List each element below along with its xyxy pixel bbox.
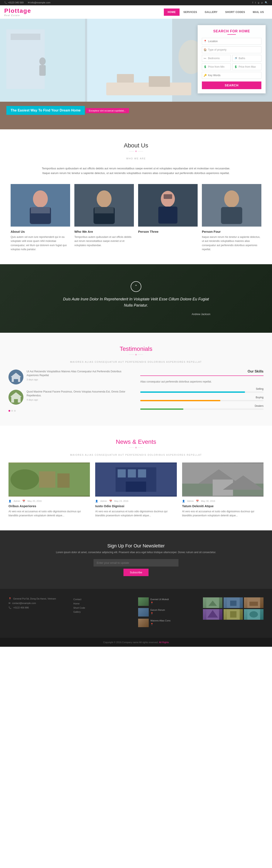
news-date-2: May 23, 2016 [114,500,129,502]
news-item-2: 👤 Admin 📅 May 23, 2016 Iusto Odio Dignis… [95,463,177,518]
recent-link-2[interactable]: Earum Rerum [150,608,165,612]
nav-services[interactable]: SERVICES [179,8,201,16]
footer-links: Contact Home Short Code Gallery [73,597,134,629]
team-name-4: Person Four [202,230,261,234]
search-button[interactable]: SEARCH [202,82,261,89]
news-meta-3: 👤 Admin 📅 May 30, 2016 [182,500,264,502]
about-section: About Us WHO WE ARE Temporibus autem qui… [0,129,272,264]
footer-photo-1[interactable] [203,597,223,608]
facebook-icon[interactable]: f [252,1,253,4]
pinterest-icon[interactable]: p [261,1,263,4]
bedrooms-select[interactable]: Bedrooms [202,55,231,62]
copyright-text: Copyright © 2016.Company name All rights… [103,641,159,644]
recent-link-1[interactable]: Eveniet Ut Moledi [150,597,169,602]
recent-link-3[interactable]: Maiores Alias Cons [150,619,170,623]
news-grid: 👤 Admin 📅 May 20, 2016 Oribus Asperiores… [8,463,264,518]
footer-photo-3[interactable] [244,597,264,608]
price-max-field: 💲 Price from Max [233,63,261,70]
svg-rect-24 [164,194,172,199]
news-author-3: Admin [187,500,194,502]
team-item-4: Person Four Itaque earum rerum his tenet… [202,184,261,251]
credit-link[interactable]: All Rights [159,641,169,644]
skill-buying-label: Buying [140,396,264,399]
search-divider [227,34,236,35]
testimonials-title: Testimonials [4,345,268,352]
property-type-select[interactable]: Type of property [202,46,261,53]
top-bar-left: 📞 +0123 345 569 ✉ info@example.com [4,1,50,4]
quote-icon: " [131,281,141,292]
footer-photo-5[interactable] [224,609,243,620]
recent-2: Earum Rerum 📍 [138,608,199,617]
news-author-2: Admin [100,500,107,502]
nav-home[interactable]: HOME [164,8,179,16]
nav-links: HOME SERVICES GALLERY SHORT CODES MAIL U… [164,8,268,16]
search-icon[interactable]: 🔍 [265,1,268,4]
team-name-1: About Us [11,230,70,234]
footer-photo-4[interactable] [203,609,223,620]
fp1-visual [203,597,223,608]
footer-bottom: Copyright © 2016.Company name All rights… [0,638,272,647]
team-photo-2 [74,184,134,226]
baths-field: 🚿 Baths [233,55,261,62]
footer-link-home[interactable]: Home [73,602,134,606]
person-1-image [11,184,70,226]
newsletter-subscribe-button[interactable]: Subscribe [124,569,148,576]
svg-rect-52 [249,602,258,606]
price-min-field: 💲 Price from Min [202,63,231,70]
recent-img-3 [138,619,149,627]
dot-inactive-2[interactable] [14,410,16,412]
google-icon[interactable]: g [258,1,259,4]
quote-section: " Duis Aute Irure Dolor In Reprehenderit… [0,264,272,333]
location-input[interactable] [202,38,261,45]
footer-photos [203,597,264,620]
team-name-3: Person Three [138,230,198,234]
nav-mail[interactable]: MAIL US [249,8,268,16]
team-item-2: Who We Are Temporibus autem quibusdam et… [74,184,134,251]
svg-rect-34 [39,471,56,488]
nav-gallery[interactable]: GALLERY [201,8,221,16]
dot-active[interactable] [8,410,10,412]
news-title: News & Events [4,438,268,445]
recent-img-2 [138,608,149,617]
testimonials-list: Ut Aut Reiciendis Voluptatibus Maiores A… [8,370,132,413]
team-desc-4: Itaque earum rerum his tenetur a sapient… [202,235,261,251]
footer-contact: 📍 General Put 5d, Dong Da Hanoi, Vietnam… [8,597,69,629]
footer-photo-2[interactable] [224,597,243,608]
footer-link-shortcode[interactable]: Short Code [73,606,134,610]
search-title: SEARCH FOR HOME [202,29,261,33]
skill-dealers-label: Dealers [140,404,264,407]
quote-text: Duis Aute Irure Dolor In Reprehenderit I… [62,296,210,308]
skill-selling-label: Selling [140,388,264,391]
newsletter-section: Sign Up For Our Newsletter Lorem ipsum d… [0,530,272,589]
skills-section: Our Skills Alias consequatur aut perfere… [140,370,264,413]
fp5-visual [224,609,243,620]
home-icon: 🏠 [204,48,207,51]
news-author-icon-2: 👤 [95,500,98,502]
keywords-input[interactable] [202,72,261,79]
bed-bath-row: 🛏 Bedrooms 🚿 Baths [202,55,261,62]
news-3-visual [182,463,264,497]
skills-title: Our Skills [140,370,264,376]
team-item-1: About Us Quis autem vel eum iure reprehe… [11,184,70,251]
testimonial-date-2: 4 days ago [27,399,132,401]
newsletter-email-input[interactable] [94,559,178,566]
news-image-1 [8,463,90,497]
footer-link-gallery[interactable]: Gallery [73,610,134,614]
dot-inactive-1[interactable] [11,410,13,412]
testimonials-title-block: Testimonials MAIORES ALIAS CONSEQUATUR A… [4,345,268,363]
divider-line-left [129,151,134,152]
person-3-image [138,184,198,226]
team-name-2: Who We Are [74,230,134,234]
recent-info-2: Earum Rerum 📍 [150,608,165,615]
twitter-icon[interactable]: t [255,1,256,4]
testimonial-body-2: Quod Maxime Placeat Facere Possimus, Omn… [27,390,132,397]
n-divider-dot [135,447,137,448]
testimonial-img-1 [8,370,23,384]
nav-shortcodes[interactable]: SHORT CODES [222,8,249,16]
footer-photo-6[interactable] [244,609,264,620]
news-section: News & Events MAIORES ALIAS CONSEQUATUR … [0,426,272,530]
footer-link-contact[interactable]: Contact [73,597,134,602]
recent-pin-3: 📍 [150,623,170,626]
newsletter-form: Subscribe [4,559,268,576]
news-calendar-icon-1: 📅 [22,500,25,502]
